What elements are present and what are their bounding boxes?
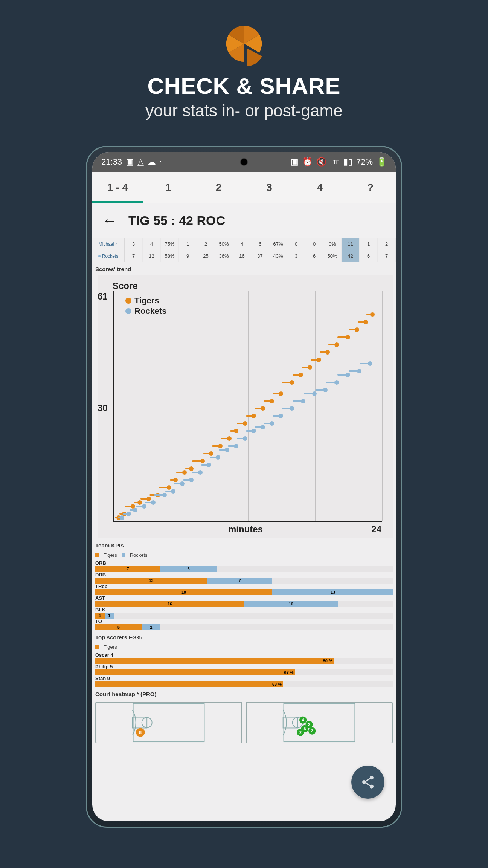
back-button[interactable]: ← — [102, 212, 117, 229]
chart-segment — [273, 393, 282, 394]
chart-segment — [145, 502, 154, 503]
chart-segment — [246, 430, 255, 432]
chart-y-title: Score — [113, 281, 138, 291]
share-button[interactable] — [351, 766, 384, 799]
stat-cell: 0 — [287, 238, 305, 250]
stat-cell: 16 — [233, 250, 251, 262]
svg-rect-1 — [133, 717, 147, 728]
kpi-swatch-tigers — [95, 553, 99, 557]
chart-segment — [282, 408, 293, 409]
app-bar: ← TIG 55 : 42 ROC — [92, 203, 396, 238]
drive-icon: △ — [137, 157, 144, 167]
topscorer-name: Philip 5 — [95, 664, 393, 669]
chart-segment — [337, 374, 349, 376]
chart-segment — [264, 423, 273, 424]
chart-segment — [212, 445, 221, 447]
tab-4[interactable]: 4 — [294, 172, 345, 203]
kpi-value-tigers: 1 — [95, 613, 105, 619]
table-row[interactable]: Rockets71258%92536%163743%3650%4267 — [92, 250, 396, 262]
front-camera-dot — [240, 158, 248, 166]
stat-cell: 42 — [342, 250, 360, 262]
topscorer-bar: 67 % — [95, 669, 393, 675]
chart-segment — [311, 359, 320, 361]
chart-segment — [337, 336, 349, 338]
kpi-value-tigers: 7 — [95, 566, 160, 572]
stat-cell: 6 — [305, 250, 323, 262]
app-logo — [221, 21, 267, 66]
chart-segment — [320, 351, 329, 353]
status-bar: 21:33 ▣ △ ☁ • ▣ ⏰ 🔇 LTE ▮▯ 72% 🔋 — [92, 152, 396, 172]
tab-2[interactable]: 2 — [194, 172, 244, 203]
chart-segment — [349, 370, 360, 372]
chart-segment — [358, 321, 367, 323]
tab-3[interactable]: 3 — [244, 172, 294, 203]
tab-1[interactable]: 1 — [143, 172, 193, 203]
chart-segment — [326, 382, 337, 383]
chart-segment — [255, 426, 264, 428]
row-label: Michael 4 — [92, 238, 125, 250]
battery-text: 72% — [356, 157, 373, 167]
chart-x-max: 24 — [371, 524, 381, 535]
chart-segment — [328, 344, 337, 345]
stat-cell: 4 — [233, 238, 251, 250]
topscorer-pct: 67 % — [284, 669, 294, 675]
kpi-bar: 127 — [95, 578, 393, 584]
kpi-row: BLK11 — [95, 607, 393, 619]
topscorer-name: Stan 9 — [95, 675, 393, 681]
chart-y-max: 61 — [98, 291, 108, 302]
svg-point-19 — [362, 780, 366, 784]
network-label: LTE — [330, 159, 340, 165]
section-label-court: Court heatmap * (PRO) — [92, 687, 396, 700]
svg-text:8: 8 — [139, 730, 142, 735]
stat-cell: 6 — [251, 238, 269, 250]
tab-?[interactable]: ? — [345, 172, 396, 203]
stat-cell: 67% — [269, 238, 287, 250]
topscorer-pct: 80 % — [323, 658, 332, 664]
signal-icon: ▮▯ — [343, 157, 352, 167]
court-row: 8 4 2 5 2 2 — [92, 700, 396, 743]
stat-cell: 12 — [143, 250, 161, 262]
kpi-value-tigers: 19 — [95, 589, 272, 595]
svg-point-18 — [370, 776, 374, 779]
stat-cell: 4 — [143, 238, 161, 250]
stat-cell: 50% — [323, 250, 342, 262]
stat-cell: 37 — [251, 250, 269, 262]
chart-segment — [154, 494, 165, 496]
chart-segment — [304, 393, 315, 394]
table-row[interactable]: Michael 43475%1250%4667%000%1112 — [92, 238, 396, 250]
chart-segment — [302, 367, 311, 368]
chart-segment — [165, 491, 174, 492]
topscorer-swatch — [95, 645, 99, 649]
stat-cell: 43% — [269, 250, 287, 262]
kpi-value-tigers: 5 — [95, 624, 142, 630]
share-icon — [360, 775, 375, 790]
status-time: 21:33 — [101, 157, 122, 167]
svg-rect-5 — [284, 703, 355, 742]
kpi-bar: 11 — [95, 613, 393, 619]
stat-cell: 1 — [360, 238, 378, 250]
stat-cell: 2 — [197, 238, 215, 250]
svg-text:2: 2 — [308, 722, 310, 727]
section-label-top: Top scorers FG% — [92, 630, 396, 643]
stat-cell: 0% — [323, 238, 342, 250]
topscorer-pct: 63 % — [272, 681, 282, 687]
kpi-legend-rockets: Rockets — [130, 552, 148, 558]
chart-segment — [349, 329, 358, 330]
tab-1-4[interactable]: 1 - 4 — [92, 172, 143, 203]
kpi-value-rockets: 13 — [272, 589, 393, 595]
kpi-value-tigers: 12 — [95, 578, 207, 584]
chart-segment — [221, 438, 230, 439]
topscorer-row: Stan 963 % — [95, 675, 393, 687]
court-heatmap-right[interactable]: 4 2 5 2 2 — [246, 702, 393, 743]
court-heatmap-left[interactable]: 8 — [95, 702, 242, 743]
chart-segment — [174, 483, 183, 484]
stat-cell: 0 — [305, 238, 323, 250]
chart-segment — [203, 453, 212, 454]
stat-cell: 3 — [287, 250, 305, 262]
chart-segment — [118, 517, 123, 518]
topscorer-legend: Tigers — [92, 643, 396, 652]
chart-segment — [246, 415, 255, 417]
kpi-bar: 1610 — [95, 601, 393, 607]
topscorer-row: Philip 567 % — [95, 664, 393, 675]
stat-cell: 36% — [215, 250, 233, 262]
